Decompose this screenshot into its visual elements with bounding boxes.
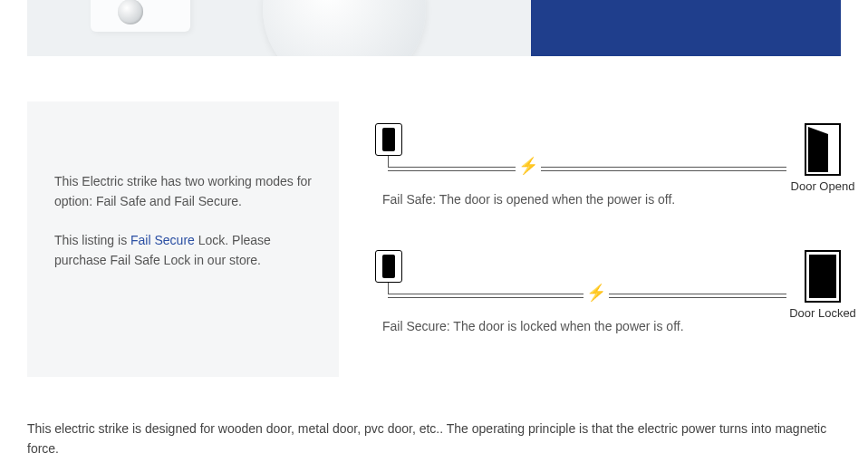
diagram-fail-secure: ⚡ Door Locked Fail Secure: The door is l…: [375, 250, 841, 333]
door-closed-icon: [805, 250, 841, 303]
lightning-icon: ⚡: [516, 158, 541, 174]
diagram-fail-safe: ⚡ Door Opend Fail Safe: The door is open…: [375, 123, 841, 207]
fail-secure-caption: Fail Secure: The door is locked when the…: [375, 319, 841, 333]
wire-segment: [388, 167, 786, 168]
banner-blue-block: [531, 0, 841, 56]
bottom-description: This electric strike is designed for woo…: [27, 419, 841, 453]
diagrams-column: ⚡ Door Opend Fail Safe: The door is open…: [375, 101, 841, 377]
svg-marker-1: [808, 127, 828, 172]
knob-graphic: [118, 0, 143, 24]
wire-segment: [388, 156, 389, 167]
door-locked-label: Door Locked: [786, 306, 859, 320]
diagram-fail-secure-visual: ⚡ Door Locked: [375, 250, 841, 313]
diagram-fail-safe-visual: ⚡ Door Opend: [375, 123, 841, 187]
keypad-icon: [375, 123, 402, 156]
info-paragraph-1: This Electric strike has two working mod…: [54, 172, 312, 211]
door-open-label: Door Opend: [786, 179, 859, 193]
info-row: This Electric strike has two working mod…: [27, 101, 841, 377]
wire-segment: [388, 170, 786, 171]
info-box: This Electric strike has two working mod…: [27, 101, 339, 377]
round-graphic: [263, 0, 426, 56]
keypad-icon: [375, 250, 402, 283]
svg-rect-3: [809, 255, 836, 298]
top-banner: [27, 0, 841, 56]
fail-secure-highlight: Fail Secure: [130, 233, 195, 247]
wire-segment: [388, 283, 389, 294]
fail-safe-caption: Fail Safe: The door is opened when the p…: [375, 192, 841, 207]
banner-image-left: [27, 0, 531, 56]
lightning-icon: ⚡: [583, 284, 609, 301]
info-paragraph-2: This listing is Fail Secure Lock. Please…: [54, 231, 312, 270]
info-p2-before: This listing is: [54, 233, 130, 247]
wall-plate-graphic: [91, 0, 190, 32]
door-open-icon: [805, 123, 841, 176]
